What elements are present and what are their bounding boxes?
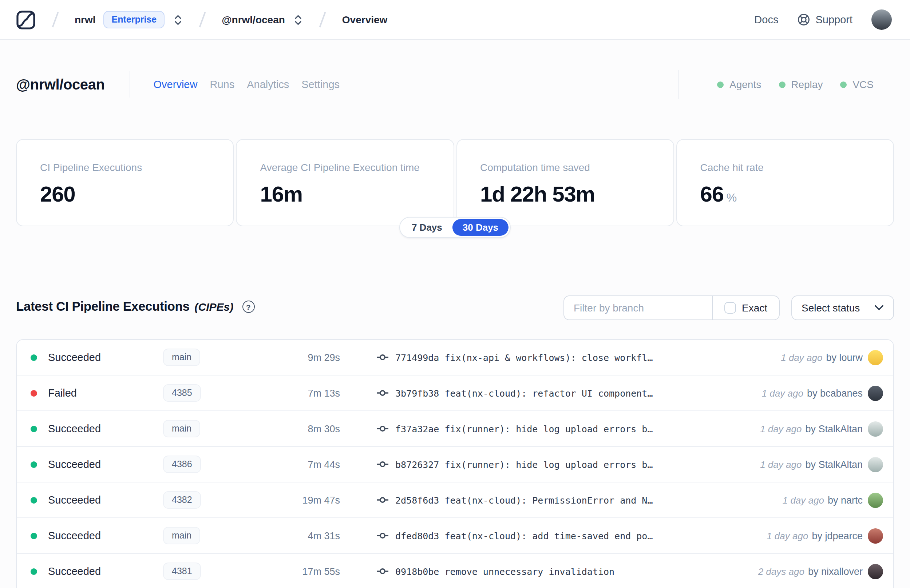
time-ago: 1 day ago <box>781 352 822 363</box>
commit-text[interactable]: 3b79fb38 feat(nx-cloud): refactor UI com… <box>395 388 653 399</box>
author: by StalkAltan <box>805 423 863 435</box>
branch-badge[interactable]: 4381 <box>163 562 201 580</box>
enterprise-badge[interactable]: Enterprise <box>104 11 165 28</box>
breadcrumb-workspace[interactable]: @nrwl/ocean <box>221 14 285 26</box>
range-30-days[interactable]: 30 Days <box>453 219 509 236</box>
table-row[interactable]: Succeeded main 8m 30s f37a32ae fix(runne… <box>17 411 893 447</box>
navbar-actions: Docs Support <box>754 10 892 30</box>
breadcrumb: nrwl Enterprise @nrwl/ocean Overview <box>16 10 387 29</box>
run-status-dot-icon <box>31 354 37 360</box>
stat-label: CI Pipeline Executions <box>40 162 233 173</box>
branch-badge[interactable]: 4382 <box>163 491 201 509</box>
table-row[interactable]: Succeeded 4381 17m 55s 0918b0be remove u… <box>17 554 893 588</box>
support-link[interactable]: Support <box>797 13 852 26</box>
branch-cell: 4381 <box>163 562 272 580</box>
commit-text[interactable]: f37a32ae fix(runner): hide log upload er… <box>395 423 653 434</box>
git-commit-icon <box>377 459 389 470</box>
service-replay: Replay <box>779 79 823 90</box>
commit-text[interactable]: 0918b0be remove unnecessary invalidation <box>395 566 614 577</box>
git-commit-icon <box>377 494 389 506</box>
author: by bcabanes <box>807 388 863 399</box>
run-meta: 1 day agoby StalkAltan <box>760 458 863 471</box>
breadcrumb-separator <box>199 12 206 27</box>
commit-message: remove unnecessary invalidation <box>445 566 615 577</box>
service-agents: Agents <box>717 79 761 90</box>
workspace-switcher-chevron-icon[interactable] <box>294 13 303 26</box>
branch-filter-input[interactable] <box>564 296 712 320</box>
org-switcher-chevron-icon[interactable] <box>173 13 183 26</box>
exact-label: Exact <box>742 302 767 313</box>
author-avatar <box>868 385 883 401</box>
stat-value: 1d 22h 53m <box>480 182 673 207</box>
run-meta: 1 day agoby jdpearce <box>766 529 863 542</box>
author-avatar <box>868 421 883 436</box>
commit-text[interactable]: 2d58f6d3 feat(nx-cloud): PermissionError… <box>395 494 653 506</box>
author: by nixallover <box>808 566 863 577</box>
branch-cell: 4385 <box>163 384 272 402</box>
tab-runs[interactable]: Runs <box>210 79 234 90</box>
branch-cell: main <box>163 349 272 366</box>
run-meta: 1 day agoby StalkAltan <box>760 422 863 435</box>
run-duration: 9m 29s <box>272 352 340 363</box>
exact-toggle[interactable]: Exact <box>712 296 779 320</box>
docs-link[interactable]: Docs <box>754 14 778 26</box>
status-select-dropdown[interactable]: Select status <box>791 296 894 320</box>
git-commit-icon <box>377 530 389 541</box>
stat-value: 16m <box>260 182 454 207</box>
cipe-section-header: Latest CI Pipeline Executions (CIPEs) ? … <box>16 294 894 321</box>
table-row[interactable]: Failed 4385 7m 13s 3b79fb38 feat(nx-clou… <box>17 375 893 411</box>
table-row[interactable]: Succeeded 4386 7m 44s b8726327 fix(runne… <box>17 447 893 483</box>
exact-checkbox[interactable] <box>724 302 736 313</box>
tab-overview[interactable]: Overview <box>154 79 198 90</box>
commit-text[interactable]: dfed80d3 feat(nx-cloud): add time-saved … <box>395 530 653 541</box>
author-avatar <box>868 492 883 507</box>
nx-cloud-logo-icon[interactable] <box>16 10 36 29</box>
stat-card-computation-time-saved: Computation time saved 1d 22h 53m <box>456 139 674 226</box>
branch-badge[interactable]: main <box>163 349 200 366</box>
tab-settings[interactable]: Settings <box>301 79 339 90</box>
branch-badge[interactable]: 4385 <box>163 384 201 402</box>
run-status-dot-icon <box>31 461 37 468</box>
run-status-dot-icon <box>31 425 37 432</box>
table-row[interactable]: Succeeded main 9m 29s 771499da fix(nx-ap… <box>17 340 893 375</box>
divider <box>129 71 130 97</box>
stat-value: 66% <box>700 182 894 207</box>
author-avatar <box>868 457 883 472</box>
breadcrumb-separator <box>52 12 58 27</box>
run-meta: 1 day agoby lourw <box>781 351 863 364</box>
branch-cell: main <box>163 420 272 437</box>
author: by lourw <box>826 352 863 363</box>
commit-hash: 2d58f6d3 <box>395 494 439 506</box>
user-avatar[interactable] <box>871 10 892 30</box>
stat-label: Computation time saved <box>480 162 673 173</box>
branch-badge[interactable]: 4386 <box>163 456 201 473</box>
help-icon[interactable]: ? <box>242 300 254 313</box>
branch-badge[interactable]: main <box>163 420 200 437</box>
branch-badge[interactable]: main <box>163 527 200 544</box>
range-7-days[interactable]: 7 Days <box>401 219 453 236</box>
table-row[interactable]: Succeeded main 4m 31s dfed80d3 feat(nx-c… <box>17 518 893 554</box>
git-commit-icon <box>377 423 389 435</box>
run-meta: 1 day agoby nartc <box>782 493 863 507</box>
run-duration: 7m 13s <box>272 388 340 399</box>
branch-cell: main <box>163 527 272 544</box>
lifebuoy-icon <box>797 13 810 26</box>
breadcrumb-org[interactable]: nrwl <box>74 14 96 26</box>
git-commit-icon <box>377 352 389 363</box>
author-avatar <box>868 350 883 365</box>
table-row[interactable]: Succeeded 4382 19m 47s 2d58f6d3 feat(nx-… <box>17 483 893 518</box>
tab-analytics[interactable]: Analytics <box>247 79 289 90</box>
time-ago: 1 day ago <box>762 388 803 399</box>
run-status-dot-icon <box>31 568 37 575</box>
commit-hash: f37a32ae <box>395 423 439 434</box>
status-dot-icon <box>840 81 847 88</box>
commit-message: fix(runner): hide log upload errors b… <box>445 423 653 434</box>
commit-message: fix(nx-api & workflows): close workfl… <box>445 352 653 363</box>
commit-text[interactable]: 771499da fix(nx-api & workflows): close … <box>395 352 653 363</box>
service-status-group: Agents Replay VCS <box>679 70 894 99</box>
stat-card-ci-pipeline-executions: CI Pipeline Executions 260 <box>16 139 234 226</box>
commit-message: feat(nx-cloud): refactor UI component… <box>445 388 653 399</box>
commit-text[interactable]: b8726327 fix(runner): hide log upload er… <box>395 459 653 470</box>
stat-card-cache-hit-rate: Cache hit rate 66% <box>676 139 894 226</box>
commit-message: feat(nx-cloud): PermissionError and N… <box>445 494 653 506</box>
